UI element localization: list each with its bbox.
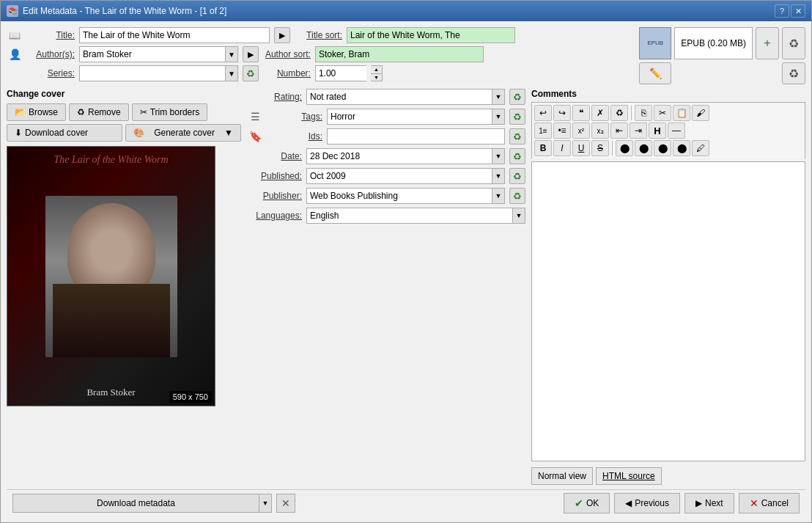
- add-format-button[interactable]: +: [756, 27, 779, 59]
- align-right-button[interactable]: ⬤: [654, 140, 671, 156]
- close-button[interactable]: ✕: [791, 4, 805, 18]
- cancel-button[interactable]: ✕ Cancel: [739, 493, 800, 513]
- cover-portrait: [45, 196, 177, 357]
- epub-row: EPUB EPUB (0.20 MB) + ♻: [639, 27, 805, 59]
- title-sort-label: Title sort:: [295, 30, 342, 40]
- trim-borders-button[interactable]: ✂ Trim borders: [132, 103, 208, 121]
- publisher-dropdown-icon: ▼: [492, 188, 505, 204]
- align-center-button[interactable]: ⬤: [635, 140, 652, 156]
- toolbar-row1: ↩ ↪ ❝ ✗ ♻ ⎘ ✂ 📋 🖌: [534, 105, 802, 121]
- author-dropdown-button[interactable]: ▼: [226, 46, 238, 62]
- underline-button[interactable]: U: [572, 140, 590, 156]
- blockquote-button[interactable]: ❝: [572, 105, 590, 121]
- number-spinner-up[interactable]: ▲: [371, 66, 382, 74]
- date-select[interactable]: 28 Dec 2018: [306, 148, 492, 164]
- rating-select[interactable]: Not rated: [306, 89, 492, 105]
- rating-label: Rating:: [247, 92, 302, 102]
- languages-row: Languages: English ▼: [247, 208, 525, 224]
- languages-dropdown-icon: ▼: [512, 208, 525, 224]
- align-left-button[interactable]: ⬤: [616, 140, 633, 156]
- generate-cover-button[interactable]: 🎨 Generate cover ▼: [125, 124, 241, 142]
- subscript-button[interactable]: x₂: [591, 122, 609, 139]
- recycle-book-button[interactable]: ♻: [782, 62, 805, 84]
- published-select[interactable]: Oct 2009: [306, 168, 492, 184]
- generate-cover-label: Generate cover: [154, 128, 215, 138]
- outdent-button[interactable]: ⇤: [610, 122, 628, 139]
- published-label: Published:: [247, 171, 302, 181]
- superscript-button[interactable]: x²: [572, 122, 590, 139]
- publisher-refresh-button[interactable]: ♻: [509, 188, 525, 204]
- justify-button[interactable]: ⬤: [673, 140, 690, 156]
- browse-button[interactable]: 📂 Browse: [7, 103, 66, 121]
- number-input[interactable]: [315, 65, 366, 81]
- publisher-label: Publisher:: [247, 191, 302, 201]
- title-label: Title:: [27, 30, 75, 40]
- rating-refresh-button[interactable]: ♻: [509, 89, 525, 105]
- tags-select[interactable]: Horror: [327, 109, 492, 125]
- next-label: Next: [705, 498, 723, 508]
- author-input[interactable]: [79, 46, 226, 62]
- copy-button[interactable]: ⎘: [635, 105, 652, 121]
- html-source-button[interactable]: HTML source: [596, 467, 662, 485]
- dialog: 📚 Edit Metadata - The Lair of the White …: [0, 0, 812, 523]
- help-button[interactable]: ?: [775, 4, 789, 18]
- indent-button[interactable]: ⇥: [630, 122, 647, 139]
- clear-color-button[interactable]: 🖊: [692, 140, 709, 156]
- remove-format-button[interactable]: ♻: [782, 27, 805, 59]
- paste-button[interactable]: 📋: [673, 105, 690, 121]
- cover-controls: Change cover 📂 Browse ♻ Remove ✂ Trim b: [7, 89, 241, 142]
- remove-button[interactable]: ♻ Remove: [69, 103, 129, 121]
- publisher-select[interactable]: Web Books Publishing: [306, 188, 492, 204]
- metadata-fields: Rating: Not rated ▼ ♻ ☰ Tags: H: [247, 89, 525, 485]
- epub-panel: EPUB EPUB (0.20 MB) + ♻ ✏️ ♻: [639, 27, 805, 84]
- edit-book-button[interactable]: ✏️: [639, 62, 671, 84]
- next-icon: ▶: [695, 498, 702, 508]
- author-copy-button[interactable]: ▶: [243, 46, 259, 62]
- remove-format-button[interactable]: 🖌: [692, 105, 709, 121]
- comments-textarea[interactable]: [531, 161, 805, 461]
- normal-view-button[interactable]: Normal view: [531, 467, 593, 485]
- author-sort-input[interactable]: [315, 46, 484, 62]
- bold-button[interactable]: B: [534, 140, 552, 156]
- undo-button[interactable]: ↩: [534, 105, 552, 121]
- title-sort-input[interactable]: [347, 27, 515, 43]
- ok-icon: ✔: [575, 497, 583, 509]
- window-title: Edit Metadata - The Lair of the White Wo…: [23, 6, 226, 16]
- series-input[interactable]: [79, 65, 226, 81]
- trim-icon: ✂: [140, 107, 147, 117]
- date-refresh-button[interactable]: ♻: [509, 148, 525, 164]
- number-spinner-down[interactable]: ▼: [371, 74, 382, 81]
- download-cover-button[interactable]: ⬇ Download cover: [7, 124, 122, 142]
- ol-button[interactable]: 1≡: [534, 122, 552, 139]
- title-copy-button[interactable]: ▶: [274, 27, 290, 43]
- title-input[interactable]: [79, 27, 270, 43]
- next-button[interactable]: ▶ Next: [684, 493, 734, 513]
- series-dropdown-button[interactable]: ▼: [226, 65, 238, 81]
- epub-label: EPUB (0.20 MB): [681, 38, 746, 48]
- published-refresh-button[interactable]: ♻: [509, 168, 525, 184]
- recycle-button[interactable]: ♻: [610, 105, 628, 121]
- ok-button[interactable]: ✔ OK: [564, 493, 610, 513]
- ids-input[interactable]: [327, 128, 505, 145]
- previous-button[interactable]: ◀ Previous: [614, 493, 680, 513]
- languages-select[interactable]: English: [306, 208, 512, 224]
- clear-format-button[interactable]: ✗: [591, 105, 609, 121]
- strikethrough-button[interactable]: S: [591, 140, 609, 156]
- ul-button[interactable]: •≡: [553, 122, 571, 139]
- series-refresh-button[interactable]: ♻: [243, 65, 259, 81]
- cut-button[interactable]: ✂: [654, 105, 671, 121]
- tags-refresh-button[interactable]: ♻: [509, 109, 525, 125]
- comments-label: Comments: [531, 89, 805, 99]
- hr-button[interactable]: —: [668, 122, 685, 139]
- heading-button[interactable]: H: [649, 122, 666, 139]
- cover-section: Change cover 📂 Browse ♻ Remove ✂ Trim b: [7, 89, 241, 485]
- redo-button[interactable]: ↪: [553, 105, 571, 121]
- ids-refresh-button[interactable]: ♻: [509, 128, 525, 145]
- download-meta-dropdown[interactable]: ▼: [259, 494, 272, 513]
- toolbar-sep1: [631, 106, 632, 120]
- date-dropdown-icon: ▼: [492, 148, 505, 164]
- italic-button[interactable]: I: [553, 140, 571, 156]
- change-cover-label: Change cover: [7, 89, 241, 99]
- download-meta-close-button[interactable]: ✕: [276, 494, 295, 513]
- download-metadata-button[interactable]: Download metadata: [12, 494, 259, 513]
